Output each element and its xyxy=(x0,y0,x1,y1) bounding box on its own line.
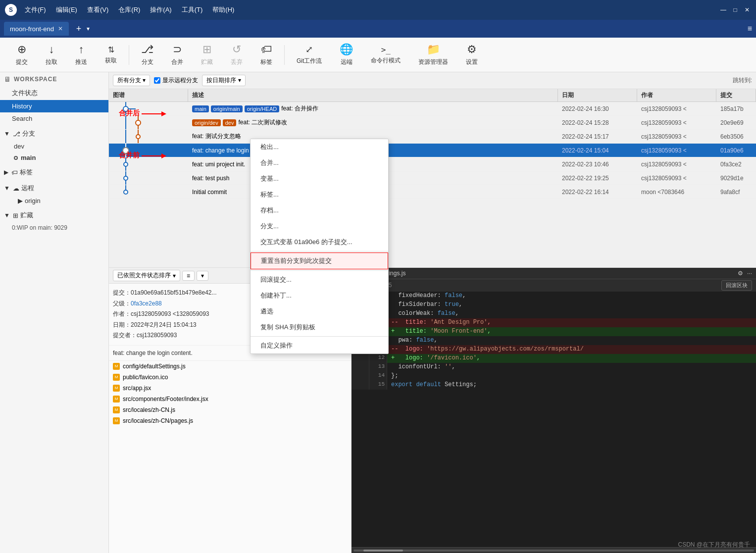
remote-section-header[interactable]: ▼ ☁ 远程 xyxy=(0,181,108,195)
file-item[interactable]: M config/defaultSettings.js xyxy=(109,361,351,372)
diff-line-removed: 10 -- title: 'Ant Design Pro', xyxy=(352,318,756,327)
pull-button[interactable]: ↓ 拉取 xyxy=(38,40,65,69)
chevron-right-icon-origin: ▶ xyxy=(18,197,23,204)
commit-row[interactable]: feat: 测试分支忽略 2022-02-24 15:17 csj1328059… xyxy=(109,130,756,144)
context-menu-reset[interactable]: 重置当前分支到此次提交 xyxy=(251,252,388,269)
show-remote-input[interactable] xyxy=(154,77,160,84)
sidebar-item-history[interactable]: History xyxy=(0,100,108,112)
file-item[interactable]: M src/locales/zh-CN/pages.js xyxy=(109,415,351,426)
remote-icon: 🌐 xyxy=(340,43,353,56)
tab-dropdown-button[interactable]: ▾ xyxy=(87,25,90,32)
context-menu-custom-action[interactable]: 自定义操作 xyxy=(251,338,388,353)
menu-view[interactable]: 查看(V) xyxy=(83,4,112,15)
terminal-button[interactable]: >_ 命令行模式 xyxy=(363,42,408,68)
main-tab[interactable]: moon-front-end ✕ xyxy=(4,22,69,36)
menu-help[interactable]: 帮助(H) xyxy=(208,4,238,15)
commit-button[interactable]: ⊕ 提交 xyxy=(8,40,36,69)
stash-section-header[interactable]: ▼ ⊞ 贮藏 xyxy=(0,208,108,222)
context-menu-rebase[interactable]: 变基... xyxy=(251,171,388,187)
stash-button[interactable]: ⊞ 贮藏 xyxy=(193,40,221,69)
workspace-header[interactable]: 🖥 WORKSPACE xyxy=(0,72,108,86)
parent-hash-link[interactable]: 0fa3ce2e88 xyxy=(131,300,162,307)
context-menu-copy-sha[interactable]: 复制 SHA 到剪贴板 xyxy=(251,319,388,335)
context-menu-revert[interactable]: 回滚提交... xyxy=(251,272,388,288)
menu-file[interactable]: 文件(F) xyxy=(21,4,50,15)
toolbar: ⊕ 提交 ↓ 拉取 ↑ 推送 ⇅ 获取 ⎇ 分支 ⊃ 合并 ⊞ 贮藏 ↺ 丢弃 … xyxy=(0,38,756,72)
branch-section-header[interactable]: ▼ ⎇ 分支 xyxy=(0,127,108,141)
push-button[interactable]: ↑ 推送 xyxy=(67,40,95,69)
commit-row[interactable]: Initial commit 2022-02-22 16:14 moon <70… xyxy=(109,185,756,199)
context-menu-checkout[interactable]: 检出... xyxy=(251,139,388,155)
file-list: M config/defaultSettings.js M public/fav… xyxy=(109,361,351,553)
app-logo: S xyxy=(5,4,17,16)
sidebar-branch-dev[interactable]: dev xyxy=(0,141,108,152)
remote-button[interactable]: 🌐 远端 xyxy=(332,40,361,69)
merge-button[interactable]: ⊃ 合并 xyxy=(163,40,191,69)
context-menu-merge[interactable]: 合并... xyxy=(251,155,388,171)
context-menu-patch[interactable]: 创建补丁... xyxy=(251,288,388,303)
file-item[interactable]: M src/components/Footer/index.jsx xyxy=(109,394,351,404)
context-menu-interactive-rebase[interactable]: 交互式变基 01a90e6 的子提交... xyxy=(251,234,388,250)
tag-button[interactable]: 🏷 标签 xyxy=(252,40,280,69)
branch-button[interactable]: ⎇ 分支 xyxy=(133,40,161,69)
file-icon: M xyxy=(113,406,120,413)
title-bar: S 文件(F) 编辑(E) 查看(V) 仓库(R) 操作(A) 工具(T) 帮助… xyxy=(0,0,756,20)
sort-by-date-button[interactable]: 按日期排序 ▾ xyxy=(202,75,245,86)
maximize-button[interactable]: □ xyxy=(731,6,739,14)
explorer-button[interactable]: 📁 资源管理器 xyxy=(410,40,456,69)
context-menu: 检出... 合并... 变基... 标签... 存档... 分支... 交互式变… xyxy=(250,139,389,354)
discard-label: 丢弃 xyxy=(231,58,243,66)
tab-close-button[interactable]: ✕ xyxy=(58,25,63,32)
menu-edit[interactable]: 编辑(E) xyxy=(52,4,81,15)
diff-gear-icon[interactable]: ⚙ xyxy=(738,270,743,277)
commit-row-selected[interactable]: feat: change the login content 2022-02-2… xyxy=(109,144,756,157)
diff-more-button[interactable]: ··· xyxy=(747,270,752,277)
file-item[interactable]: M public/favicon.ico xyxy=(109,372,351,383)
stash-section-label: 贮藏 xyxy=(20,211,33,220)
sidebar-item-search[interactable]: Search xyxy=(0,112,108,125)
view-options-button[interactable]: ▾ xyxy=(197,271,208,281)
show-remote-checkbox[interactable]: 显示远程分支 xyxy=(154,76,198,85)
close-button[interactable]: ✕ xyxy=(743,6,751,14)
file-name: src/components/Footer/index.jsx xyxy=(123,396,208,402)
workspace-label: WORKSPACE xyxy=(14,76,57,83)
menu-tools[interactable]: 工具(T) xyxy=(178,4,207,15)
context-menu-cherry-pick[interactable]: 遴选 xyxy=(251,303,388,319)
settings-button[interactable]: ⚙ 设置 xyxy=(458,40,486,69)
sidebar-branch-main[interactable]: main xyxy=(0,152,108,163)
tag-section-header[interactable]: ▶ 🏷 标签 xyxy=(0,165,108,179)
gitflow-button[interactable]: ⤢ Git工作流 xyxy=(289,41,330,68)
sort-files-button[interactable]: 已依照文件状态排序 ▾ xyxy=(113,270,180,281)
new-tab-button[interactable]: + xyxy=(73,23,85,35)
diff-line: 7 fixedHeader: false, xyxy=(352,292,756,301)
diff-line: 11 pwa: false, xyxy=(352,336,756,345)
sidebar-item-file-state[interactable]: 文件状态 xyxy=(0,86,108,100)
menu-action[interactable]: 操作(A) xyxy=(146,4,175,15)
commit-row[interactable]: origin/dev dev feat: 二次测试修改 2022-02-24 1… xyxy=(109,116,756,130)
menu-bar: 文件(F) 编辑(E) 查看(V) 仓库(R) 操作(A) 工具(T) 帮助(H… xyxy=(21,4,719,15)
merge-label: 合并 xyxy=(171,58,183,66)
context-menu-tag[interactable]: 标签... xyxy=(251,187,388,202)
svg-point-14 xyxy=(124,176,128,180)
commit-graph-2 xyxy=(109,116,188,129)
branch-tag-originmain: origin/main xyxy=(211,105,243,112)
commit-row[interactable]: main origin/main origin/HEAD feat: 合并操作 … xyxy=(109,102,756,116)
rollback-block-button[interactable]: 回滚区块 xyxy=(721,280,752,291)
commit-row[interactable]: feat: umi project init. 2022-02-23 10:46… xyxy=(109,157,756,171)
file-item[interactable]: M src/locales/zh-CN.js xyxy=(109,404,351,415)
file-item[interactable]: M src/app.jsx xyxy=(109,383,351,394)
hamburger-menu[interactable]: ≡ xyxy=(748,24,752,33)
fetch-button[interactable]: ⇅ 获取 xyxy=(97,42,125,68)
diff-scrollbar-thumb xyxy=(363,550,403,552)
fetch-label: 获取 xyxy=(105,56,117,65)
minimize-button[interactable]: — xyxy=(719,6,727,14)
sidebar-remote-origin[interactable]: ▶ origin xyxy=(0,195,108,206)
context-menu-branch[interactable]: 分支... xyxy=(251,218,388,234)
commit-row[interactable]: feat: test push 2022-02-22 19:25 csj1328… xyxy=(109,171,756,185)
context-menu-archive[interactable]: 存档... xyxy=(251,202,388,218)
discard-button[interactable]: ↺ 丢弃 xyxy=(223,40,251,69)
list-view-button[interactable]: ≡ xyxy=(182,271,195,281)
menu-repo[interactable]: 仓库(R) xyxy=(114,4,144,15)
tag-section: ▶ 🏷 标签 xyxy=(0,165,108,179)
branch-selector[interactable]: 所有分支 ▾ xyxy=(113,75,150,86)
